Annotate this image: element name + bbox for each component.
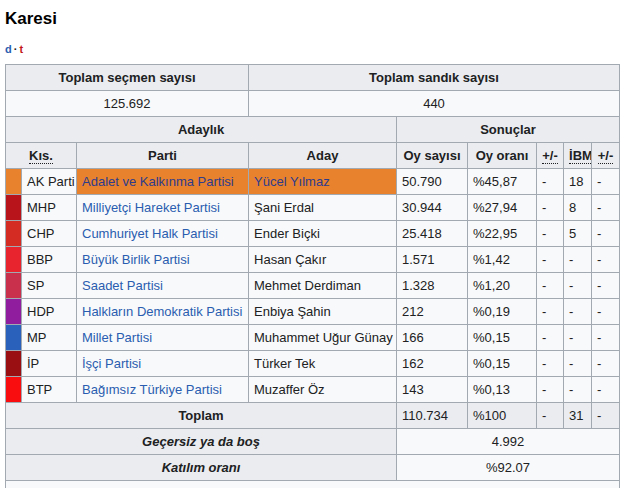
column-header-change1: +/- bbox=[537, 143, 564, 169]
party-cell: Cumhuriyet Halk Partisi bbox=[77, 221, 249, 247]
source-row: Kaynak: YSK, Bugün bbox=[6, 481, 620, 488]
total-row: Toplam 110.734 %100 - 31 - bbox=[6, 403, 620, 429]
votes-cell: 1.328 bbox=[397, 273, 468, 299]
page-title: Karesi bbox=[5, 8, 617, 29]
party-link[interactable]: Halkların Demokratik Partisi bbox=[82, 304, 242, 319]
votes-cell: 166 bbox=[397, 325, 468, 351]
talk-template-link[interactable]: t bbox=[19, 43, 23, 55]
total-ballot-boxes-header: Toplam sandık sayısı bbox=[249, 65, 620, 91]
party-row: HDPHalkların Demokratik PartisiEnbiya Şa… bbox=[6, 299, 620, 325]
change1-cell: - bbox=[537, 221, 564, 247]
party-cell: Millet Partisi bbox=[77, 325, 249, 351]
votes-cell: 1.571 bbox=[397, 247, 468, 273]
share-cell: %1,20 bbox=[468, 273, 537, 299]
party-link[interactable]: Millet Partisi bbox=[82, 330, 152, 345]
share-cell: %0,13 bbox=[468, 377, 537, 403]
column-header-party: Parti bbox=[77, 143, 249, 169]
party-abbr: SP bbox=[22, 273, 77, 299]
candidate-cell: Türker Tek bbox=[249, 351, 397, 377]
share-cell: %45,87 bbox=[468, 169, 537, 195]
totals-header-row: Toplam seçmen sayısı Toplam sandık sayıs… bbox=[6, 65, 620, 91]
party-abbr: MHP bbox=[22, 195, 77, 221]
turnout-row: Katılım oranı %92.07 bbox=[6, 455, 620, 481]
party-rows: AK PartiAdalet ve Kalkınma PartisiYücel … bbox=[6, 169, 620, 403]
share-cell: %1,42 bbox=[468, 247, 537, 273]
change1-cell: - bbox=[537, 169, 564, 195]
votes-cell: 30.944 bbox=[397, 195, 468, 221]
candidate-cell: Ender Biçki bbox=[249, 221, 397, 247]
votes-cell: 50.790 bbox=[397, 169, 468, 195]
candidate-cell: Enbiya Şahin bbox=[249, 299, 397, 325]
change1-cell: - bbox=[537, 351, 564, 377]
share-cell: %0,15 bbox=[468, 351, 537, 377]
party-link[interactable]: Bağımsız Türkiye Partisi bbox=[82, 382, 222, 397]
party-abbr: MP bbox=[22, 325, 77, 351]
candidacy-group-header: Adaylık bbox=[6, 117, 397, 143]
group-header-row: Adaylık Sonuçlar bbox=[6, 117, 620, 143]
total-seats: 31 bbox=[564, 403, 592, 429]
total-share: %100 bbox=[468, 403, 537, 429]
party-link[interactable]: İşçi Partisi bbox=[82, 356, 141, 371]
total-change2: - bbox=[592, 403, 620, 429]
article-body: Karesi d·t Toplam seçmen sayısı Toplam s… bbox=[0, 0, 620, 488]
seats-cell: - bbox=[564, 325, 592, 351]
party-link[interactable]: Cumhuriyet Halk Partisi bbox=[82, 226, 218, 241]
votes-cell: 25.418 bbox=[397, 221, 468, 247]
change2-cell: - bbox=[592, 299, 620, 325]
candidate-cell: Şani Erdal bbox=[249, 195, 397, 221]
candidate-link[interactable]: Yücel Yılmaz bbox=[254, 174, 330, 189]
column-header-seats: İBM bbox=[564, 143, 592, 169]
party-link[interactable]: Adalet ve Kalkınma Partisi bbox=[82, 174, 234, 189]
party-row: SPSaadet PartisiMehmet Derdiman1.328%1,2… bbox=[6, 273, 620, 299]
view-template-link[interactable]: d bbox=[5, 43, 12, 55]
party-link[interactable]: Milliyetçi Hareket Partisi bbox=[82, 200, 220, 215]
change2-cell: - bbox=[592, 221, 620, 247]
change1-cell: - bbox=[537, 325, 564, 351]
party-row: BBPBüyük Birlik PartisiHasan Çakır1.571%… bbox=[6, 247, 620, 273]
template-links: d·t bbox=[5, 44, 617, 55]
change1-cell: - bbox=[537, 273, 564, 299]
seats-cell: - bbox=[564, 247, 592, 273]
seats-cell: 18 bbox=[564, 169, 592, 195]
total-votes: 110.734 bbox=[397, 403, 468, 429]
party-abbr: BTP bbox=[22, 377, 77, 403]
party-cell: Bağımsız Türkiye Partisi bbox=[77, 377, 249, 403]
change1-cell: - bbox=[537, 195, 564, 221]
party-color-swatch bbox=[6, 273, 22, 299]
change2-cell: - bbox=[592, 273, 620, 299]
column-header-row: Kıs. Parti Aday Oy sayısı Oy oranı +/- İ… bbox=[6, 143, 620, 169]
election-results-table: Toplam seçmen sayısı Toplam sandık sayıs… bbox=[5, 64, 620, 488]
change1-cell: - bbox=[537, 247, 564, 273]
party-color-swatch bbox=[6, 299, 22, 325]
votes-cell: 143 bbox=[397, 377, 468, 403]
candidate-cell: Muzaffer Öz bbox=[249, 377, 397, 403]
party-abbr: HDP bbox=[22, 299, 77, 325]
party-row: CHPCumhuriyet Halk PartisiEnder Biçki25.… bbox=[6, 221, 620, 247]
change1-cell: - bbox=[537, 377, 564, 403]
seats-cell: 5 bbox=[564, 221, 592, 247]
candidate-cell: Mehmet Derdiman bbox=[249, 273, 397, 299]
invalid-votes-label: Geçersiz ya da boş bbox=[6, 429, 397, 455]
party-abbr: İP bbox=[22, 351, 77, 377]
party-color-swatch bbox=[6, 247, 22, 273]
party-cell: Büyük Birlik Partisi bbox=[77, 247, 249, 273]
party-link[interactable]: Saadet Partisi bbox=[82, 278, 163, 293]
change2-cell: - bbox=[592, 247, 620, 273]
party-link[interactable]: Büyük Birlik Partisi bbox=[82, 252, 190, 267]
source-cell: Kaynak: YSK, Bugün bbox=[6, 481, 620, 488]
change2-cell: - bbox=[592, 325, 620, 351]
party-color-swatch bbox=[6, 195, 22, 221]
change1-cell: - bbox=[537, 299, 564, 325]
invalid-votes-row: Geçersiz ya da boş 4.992 bbox=[6, 429, 620, 455]
column-header-share: Oy oranı bbox=[468, 143, 537, 169]
totals-value-row: 125.692 440 bbox=[6, 91, 620, 117]
total-ballot-boxes-value: 440 bbox=[249, 91, 620, 117]
seats-cell: 8 bbox=[564, 195, 592, 221]
share-cell: %27,94 bbox=[468, 195, 537, 221]
party-row: MPMillet PartisiMuhammet Uğur Günay166%0… bbox=[6, 325, 620, 351]
seats-cell: - bbox=[564, 273, 592, 299]
party-row: BTPBağımsız Türkiye PartisiMuzaffer Öz14… bbox=[6, 377, 620, 403]
party-cell: Adalet ve Kalkınma Partisi bbox=[77, 169, 249, 195]
total-change1: - bbox=[537, 403, 564, 429]
votes-cell: 162 bbox=[397, 351, 468, 377]
